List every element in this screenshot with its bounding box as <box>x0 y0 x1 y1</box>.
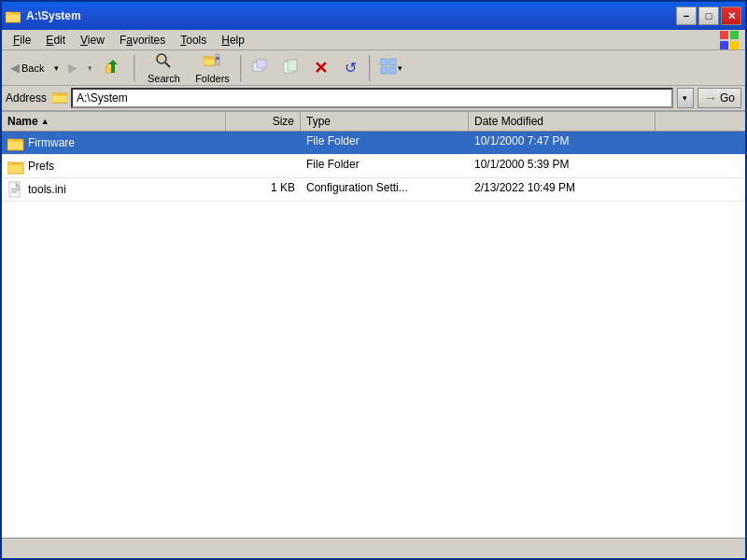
separator-1 <box>134 55 135 81</box>
file-type-icon <box>7 158 24 175</box>
folders-button[interactable]: Folders <box>189 52 235 84</box>
svg-point-12 <box>159 56 162 59</box>
folder-icon <box>6 8 21 23</box>
separator-2 <box>240 55 242 81</box>
menu-help[interactable]: Help <box>214 32 252 49</box>
forward-dropdown[interactable]: ▾ <box>84 52 95 84</box>
col-header-size[interactable]: Size <box>226 112 301 131</box>
col-header-name[interactable]: Name ▲ <box>2 112 226 131</box>
undo-button[interactable]: ↺ <box>336 52 364 84</box>
content-area: Name ▲ Size Type Date Modified <box>2 112 745 538</box>
status-bar <box>2 538 745 558</box>
file-type: File Folder <box>301 155 469 177</box>
titlebar-buttons: − □ ✕ <box>676 7 741 25</box>
menu-view[interactable]: View <box>73 32 112 49</box>
file-name-cell: tools.ini <box>2 178 226 201</box>
file-name-cell: Prefs <box>2 155 226 177</box>
window-title: A:\System <box>26 9 81 22</box>
svg-rect-25 <box>389 67 396 74</box>
svg-rect-5 <box>720 41 728 49</box>
search-button[interactable]: Search <box>140 52 187 84</box>
svg-rect-17 <box>216 57 219 60</box>
menubar: File Edit View Favorites Tools Help <box>2 30 745 50</box>
table-row[interactable]: Prefs File Folder 10/1/2000 5:39 PM <box>2 155 745 178</box>
column-headers: Name ▲ Size Type Date Modified <box>2 112 745 132</box>
file-size: 1 KB <box>226 178 301 201</box>
file-name: tools.ini <box>28 183 66 196</box>
svg-rect-34 <box>7 164 23 174</box>
table-row[interactable]: Firmware File Folder 10/1/2000 7:47 PM <box>2 132 745 155</box>
menu-edit[interactable]: Edit <box>38 32 73 49</box>
svg-rect-23 <box>389 59 396 65</box>
svg-rect-24 <box>381 67 388 74</box>
address-label: Address <box>6 91 47 105</box>
col-header-date[interactable]: Date Modified <box>469 112 655 131</box>
delete-button[interactable]: ✕ <box>306 52 334 84</box>
svg-rect-21 <box>288 60 297 71</box>
move-button[interactable] <box>247 52 275 84</box>
maximize-button[interactable]: □ <box>698 7 719 25</box>
file-date: 10/1/2000 5:39 PM <box>469 155 655 177</box>
menu-favorites[interactable]: Favorites <box>112 32 173 49</box>
back-label: Back <box>21 63 44 74</box>
svg-rect-3 <box>720 31 728 39</box>
titlebar: A:\System − □ ✕ <box>2 2 745 30</box>
up-button[interactable] <box>97 52 129 84</box>
col-header-type[interactable]: Type <box>301 112 469 131</box>
file-type: File Folder <box>301 132 469 154</box>
file-date: 2/13/2022 10:49 PM <box>469 178 655 201</box>
close-button[interactable]: ✕ <box>721 7 741 25</box>
file-size <box>226 155 301 177</box>
file-name: Prefs <box>28 160 54 173</box>
svg-rect-15 <box>204 59 215 65</box>
svg-rect-28 <box>52 95 67 103</box>
minimize-button[interactable]: − <box>676 7 697 25</box>
file-size <box>226 132 301 154</box>
forward-button[interactable]: ▶ <box>63 52 82 84</box>
address-folder-icon <box>52 90 67 107</box>
svg-rect-6 <box>730 41 739 49</box>
svg-line-11 <box>165 63 170 67</box>
address-dropdown[interactable]: ▾ <box>677 88 694 108</box>
svg-rect-31 <box>7 141 23 150</box>
titlebar-left: A:\System <box>6 8 81 23</box>
go-label: Go <box>720 91 735 105</box>
svg-rect-19 <box>257 60 266 68</box>
svg-rect-4 <box>730 31 739 39</box>
back-dropdown[interactable]: ▾ <box>50 52 62 84</box>
file-type-icon <box>7 134 24 151</box>
separator-3 <box>369 55 371 81</box>
file-date: 10/1/2000 7:47 PM <box>469 132 655 154</box>
file-name: Firmware <box>28 136 75 149</box>
go-arrow-icon: → <box>704 91 717 105</box>
copy-button[interactable] <box>276 52 304 84</box>
search-label: Search <box>148 73 180 84</box>
svg-rect-2 <box>6 14 21 22</box>
menu-tools[interactable]: Tools <box>173 32 214 49</box>
file-list: Name ▲ Size Type Date Modified <box>2 112 745 538</box>
window: A:\System − □ ✕ File Edit View Favorites… <box>0 0 747 560</box>
menu-file[interactable]: File <box>6 32 38 49</box>
svg-rect-22 <box>381 59 388 65</box>
file-name-cell: Firmware <box>2 132 226 154</box>
svg-point-10 <box>157 54 166 63</box>
folders-label: Folders <box>195 73 230 84</box>
go-button[interactable]: → Go <box>698 88 741 108</box>
file-type-icon <box>7 181 24 198</box>
toolbar: ◀ Back ▾ ▶ ▾ <box>2 50 745 86</box>
file-type: Configuration Setti... <box>301 178 469 201</box>
address-input[interactable] <box>71 88 673 108</box>
views-button[interactable]: ▾ <box>375 52 407 84</box>
windows-logo <box>717 30 741 50</box>
back-button[interactable]: ◀ Back <box>6 52 49 84</box>
sort-arrow-icon: ▲ <box>41 117 49 126</box>
address-bar: Address ▾ → Go <box>2 86 745 112</box>
file-rows-container: Firmware File Folder 10/1/2000 7:47 PM P… <box>2 132 745 202</box>
table-row[interactable]: tools.ini 1 KB Configuration Setti... 2/… <box>2 178 745 202</box>
